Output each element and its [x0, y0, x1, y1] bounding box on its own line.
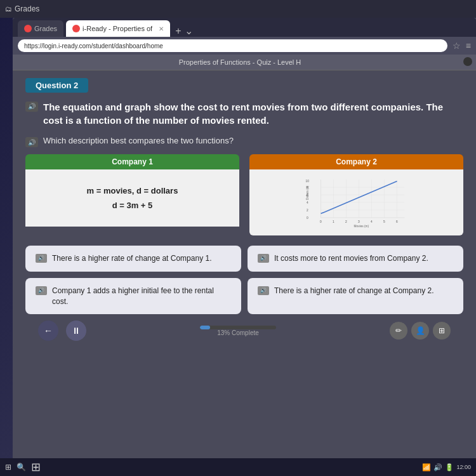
svg-text:2: 2 — [345, 220, 347, 223]
option-b[interactable]: 🔊 It costs more to rent movies from Comp… — [248, 246, 463, 272]
progress-label: 13% Complete — [217, 329, 259, 336]
svg-text:10: 10 — [306, 180, 310, 183]
browser-window: Grades i-Ready - Properties of ✕ + ⌄ htt… — [13, 18, 476, 458]
svg-text:3: 3 — [358, 220, 360, 223]
tab-favicon — [24, 25, 32, 32]
option-c-text: Company 1 adds a higher initial fee to t… — [52, 286, 231, 307]
top-taskbar: 🗂 Grades — [0, 0, 476, 18]
svg-text:0: 0 — [320, 220, 322, 223]
svg-text:Movies (m): Movies (m) — [354, 225, 369, 228]
speaker-icon-2[interactable]: 🔊 — [25, 137, 38, 147]
volume-icon: 🔊 — [433, 463, 442, 472]
company1-body: m = movies, d = dollars d = 3m + 5 — [25, 169, 239, 227]
header-close-icon[interactable] — [463, 57, 472, 66]
option-d-speaker[interactable]: 🔊 — [258, 286, 269, 295]
new-tab-button[interactable]: + — [175, 25, 181, 37]
question-section: Question 2 🔊 The equation and graph show… — [13, 70, 476, 355]
grades-tab-label: Grades — [34, 25, 57, 32]
option-c[interactable]: 🔊 Company 1 adds a higher initial fee to… — [25, 278, 241, 315]
iready-tab-label: i-Ready - Properties of — [83, 25, 152, 32]
url-text: https://login.i-ready.com/student/dashbo… — [24, 43, 163, 50]
option-b-text: It costs more to rent movies from Compan… — [274, 253, 428, 264]
grades-browser-tab[interactable]: Grades — [18, 20, 63, 37]
start-button[interactable]: ⊞ — [31, 460, 41, 474]
action-icons: ✏ 👤 ⊞ — [390, 322, 451, 340]
option-b-speaker[interactable]: 🔊 — [258, 254, 269, 263]
wifi-icon: 📶 — [422, 463, 431, 472]
option-a[interactable]: 🔊 There is a higher rate of change at Co… — [25, 246, 241, 272]
option-a-speaker[interactable]: 🔊 — [36, 254, 47, 263]
back-button[interactable]: ← — [38, 321, 58, 341]
speaker-icon-1[interactable]: 🔊 — [25, 102, 38, 112]
answer-options: 🔊 There is a higher rate of change at Co… — [25, 246, 463, 314]
iready-tab[interactable]: i-Ready - Properties of ✕ — [66, 20, 170, 37]
page-header: Properties of Functions - Quiz - Level H — [13, 55, 476, 70]
sub-question: 🔊 Which description best compares the tw… — [25, 136, 463, 145]
company1-box: Company 1 m = movies, d = dollars d = 3m… — [25, 154, 239, 235]
option-d-text: There is a higher rate of change at Comp… — [274, 286, 433, 296]
company1-header: Company 1 — [25, 154, 239, 169]
bottom-taskbar: ⊞ 🔍 ⊞ 📶 🔊 🔋 12:00 — [0, 458, 476, 476]
system-tray: 📶 🔊 🔋 12:00 — [422, 463, 471, 472]
svg-text:6: 6 — [396, 220, 398, 223]
tab-bar: Grades i-Ready - Properties of ✕ + ⌄ — [13, 18, 476, 37]
svg-text:1: 1 — [333, 220, 334, 223]
svg-text:4: 4 — [371, 220, 373, 223]
page-content: Properties of Functions - Quiz - Level H… — [13, 55, 476, 458]
svg-text:2: 2 — [307, 209, 308, 212]
option-d[interactable]: 🔊 There is a higher rate of change at Co… — [248, 278, 463, 315]
address-bar: https://login.i-ready.com/student/dashbo… — [13, 37, 476, 55]
grid-icon[interactable]: ⊞ — [433, 322, 451, 340]
desktop: 🗂 Grades Grades i-Ready - Properties of … — [0, 0, 476, 476]
bookmark-icon[interactable]: ☆ — [453, 41, 461, 51]
pause-button[interactable]: ⏸ — [66, 321, 86, 341]
search-taskbar-icon[interactable]: 🔍 — [17, 463, 26, 472]
pencil-icon[interactable]: ✏ — [390, 322, 407, 340]
company2-box: Company 2 — [249, 154, 463, 235]
url-input[interactable]: https://login.i-ready.com/student/dashbo… — [18, 39, 447, 52]
clock: 12:00 — [456, 464, 471, 470]
question-text: 🔊 The equation and graph show the cost t… — [25, 100, 463, 127]
svg-text:Dollars (d): Dollars (d) — [306, 185, 309, 200]
grades-tab[interactable]: 🗂 Grades — [5, 4, 39, 13]
option-c-speaker[interactable]: 🔊 — [36, 286, 47, 295]
company2-body: 0 2 4 6 8 10 0 1 2 — [249, 169, 463, 235]
page-nav: ← ⏸ 13% Complete ✏ 👤 ⊞ — [25, 314, 463, 347]
page-title: Properties of Functions - Quiz - Level H — [179, 58, 301, 66]
company1-equation: m = movies, d = dollars d = 3m + 5 — [87, 183, 178, 213]
svg-text:5: 5 — [383, 220, 385, 223]
company2-graph: 0 2 4 6 8 10 0 1 2 — [257, 177, 456, 228]
graph-area: 0 2 4 6 8 10 0 1 2 — [257, 177, 456, 228]
svg-text:4: 4 — [307, 201, 308, 204]
customize-icon[interactable]: ≡ — [466, 41, 471, 51]
battery-icon: 🔋 — [445, 463, 454, 472]
windows-icon[interactable]: ⊞ — [5, 463, 11, 472]
person-icon[interactable]: 👤 — [411, 322, 429, 340]
option-a-text: There is a higher rate of change at Comp… — [52, 253, 211, 264]
company2-header: Company 2 — [249, 154, 463, 169]
browser-chrome: Grades i-Ready - Properties of ✕ + ⌄ htt… — [13, 18, 476, 55]
svg-text:0: 0 — [307, 216, 308, 220]
companies-row: Company 1 m = movies, d = dollars d = 3m… — [25, 154, 463, 235]
question-badge: Question 2 — [25, 78, 88, 93]
tab-close-icon[interactable]: ✕ — [159, 25, 164, 32]
progress-area: 13% Complete — [94, 326, 382, 336]
grades-label: Grades — [15, 4, 39, 13]
progress-fill — [200, 326, 210, 329]
iready-favicon — [72, 25, 80, 32]
tab-dropdown-button[interactable]: ⌄ — [185, 25, 193, 37]
